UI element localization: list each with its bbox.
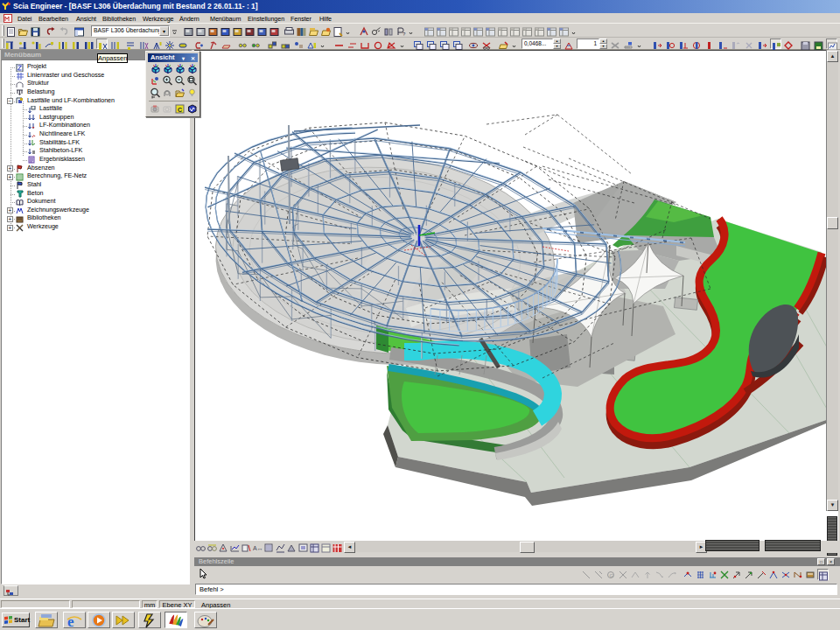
svg-text:A↔: A↔ [253,545,263,551]
svg-text:C: C [178,107,182,113]
svg-text:e: e [67,613,74,628]
svg-text:G: G [610,573,614,578]
svg-text:?: ? [402,32,406,37]
